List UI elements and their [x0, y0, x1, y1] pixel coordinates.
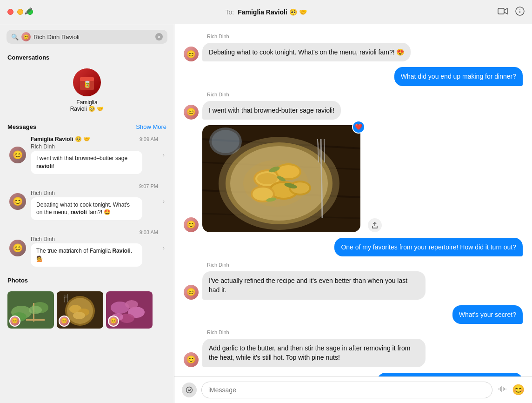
compose-icon[interactable] [24, 7, 33, 17]
reaction-badge: ❤️ [352, 121, 365, 134]
chat-avatar: 😊 [184, 105, 199, 120]
chat-avatar: 😊 [184, 217, 199, 232]
message-list-avatar: 😊 [9, 240, 26, 256]
message-list-avatar: 😊 [9, 193, 26, 210]
conv-avatar: 🥫 [73, 68, 101, 96]
share-button[interactable] [368, 218, 382, 232]
photos-section: Photos 😊 [0, 272, 174, 333]
main-container: 🔍 😊 Rich Dinh Ravioli ✕ Conversations 🥫 … [0, 24, 532, 403]
svg-point-25 [125, 300, 138, 309]
sender-name-label: Rich Dinh [184, 92, 523, 97]
message-group: Rich Dinh 😊 Add garlic to the butter, an… [184, 329, 523, 367]
sender-name-label: Rich Dinh [184, 262, 523, 268]
chevron-right-icon: › [163, 198, 165, 205]
audio-waveform-icon[interactable] [497, 385, 507, 395]
conv-name-line2: Ravioli 🥺 🤝 [70, 106, 104, 112]
to-label: To: [225, 8, 234, 16]
conversation-card[interactable]: 🥫 Famiglia Ravioli 🥺 🤝 [0, 64, 174, 119]
message-list-time: 9:03 AM [140, 229, 158, 235]
search-clear-button[interactable]: ✕ [155, 33, 163, 40]
svg-text:🥫: 🥫 [83, 81, 92, 88]
message-list-bubble: The true matriarch of Famiglia Ravioli. … [31, 243, 142, 267]
message-list-bubble: I went with that browned–butter sage rav… [31, 151, 142, 174]
message-list-content: 9:03 AM Rich Dinh The true matriarch of … [31, 229, 158, 267]
message-bubble-mine: What's your secret? [452, 305, 523, 324]
chevron-right-icon: › [163, 245, 165, 251]
video-call-icon[interactable] [498, 7, 508, 17]
message-row-mine: Incredible. I have to try making this fo… [184, 373, 523, 376]
message-bubble: Debating what to cook tonight. What's on… [202, 43, 411, 61]
svg-point-19 [73, 312, 85, 319]
photo-thumbnail[interactable]: 🍴 😊 [57, 291, 103, 329]
svg-point-56 [212, 130, 239, 153]
input-bar: 😊 [174, 376, 532, 403]
message-list-avatar: 😊 [9, 147, 26, 163]
message-bubble: I've actually refined the recipe and it'… [202, 271, 426, 300]
message-bubble: Add garlic to the butter, and then stir … [202, 339, 426, 367]
search-contact-avatar: 😊 [21, 32, 31, 41]
messages-header: Messages Show More [0, 119, 174, 132]
minimize-button[interactable] [17, 9, 23, 15]
svg-line-53 [324, 139, 325, 162]
message-list-item[interactable]: 😊 9:07 PM Rich Dinh Debating what to coo… [3, 180, 171, 224]
message-list-item[interactable]: 😊 Famiglia Ravioli 🥺 🤝 9:09 AM Rich Dinh… [3, 132, 171, 178]
message-row: 😊 I've actually refined the recipe and i… [184, 271, 523, 300]
message-list-sender: Rich Dinh [31, 236, 158, 242]
photo-avatar-overlay: 😊 [59, 316, 70, 327]
conv-name-line1: Famiglia [76, 99, 97, 106]
chat-area: Rich Dinh 😊 Debating what to cook tonigh… [174, 24, 532, 403]
info-icon[interactable] [515, 7, 525, 18]
sender-name-label: Rich Dinh [184, 329, 523, 335]
message-bubble-mine: What did you end up making for dinner? [394, 67, 523, 86]
message-list-item[interactable]: 😊 9:03 AM Rich Dinh The true matriarch o… [3, 226, 171, 270]
sidebar: 🔍 😊 Rich Dinh Ravioli ✕ Conversations 🥫 … [0, 24, 174, 403]
conversations-section-label: Conversations [0, 49, 174, 64]
title-bar-actions [498, 7, 525, 18]
svg-rect-0 [498, 8, 504, 14]
message-input[interactable] [201, 382, 492, 398]
image-message-wrapper: 😊 [184, 125, 523, 232]
photo-avatar-overlay: 😊 [9, 316, 20, 327]
message-row-mine: One of my favorites from your repertoire… [184, 238, 523, 256]
conversation-title: Famiglia Ravioli 🥺 🤝 [238, 8, 306, 16]
message-list-sender: Rich Dinh [31, 190, 158, 196]
message-bubble-mine: Incredible. I have to try making this fo… [377, 373, 523, 376]
image-container: ❤️ [202, 125, 360, 232]
title-bar-center: To: Famiglia Ravioli 🥺 🤝 [0, 8, 532, 16]
photo-thumbnail[interactable]: 😊 [106, 291, 153, 329]
message-row-mine: What did you end up making for dinner? [184, 67, 523, 86]
title-bar: To: Famiglia Ravioli 🥺 🤝 [0, 0, 532, 24]
search-query: Rich Dinh Ravioli [33, 34, 153, 40]
message-group: Rich Dinh 😊 Debating what to cook tonigh… [184, 34, 523, 61]
message-row: 😊 Add garlic to the butter, and then sti… [184, 339, 523, 367]
photos-section-label: Photos [7, 277, 166, 288]
photos-grid: 😊 🍴 😊 [7, 291, 166, 329]
sender-name-label: Rich Dinh [184, 34, 523, 39]
chat-messages: Rich Dinh 😊 Debating what to cook tonigh… [174, 24, 532, 376]
emoji-button[interactable]: 😊 [512, 384, 525, 396]
message-group: Rich Dinh 😊 I went with that browned-but… [184, 92, 523, 120]
close-button[interactable] [7, 9, 13, 15]
chevron-right-icon: › [163, 152, 165, 158]
message-list-sender: Rich Dinh [31, 143, 158, 150]
message-row: 😊 Debating what to cook tonight. What's … [184, 43, 523, 61]
image-bubble[interactable] [202, 125, 360, 232]
svg-rect-11 [26, 319, 45, 321]
messages-section-label: Messages [7, 123, 36, 130]
show-more-button[interactable]: Show More [136, 123, 166, 130]
search-input-wrapper[interactable]: 🔍 😊 Rich Dinh Ravioli ✕ [7, 30, 167, 44]
search-icon: 🔍 [11, 34, 19, 40]
photo-avatar-overlay: 😊 [108, 316, 119, 327]
message-list-bubble: Debating what to cook tonight. What's on… [31, 197, 142, 221]
app-store-button[interactable] [182, 383, 197, 397]
photo-thumbnail[interactable]: 😊 [7, 291, 54, 329]
message-row-mine: What's your secret? [184, 305, 523, 324]
message-list-time: 9:09 AM [140, 136, 158, 142]
chat-avatar: 😊 [184, 47, 199, 61]
message-bubble: I went with that browned-butter sage rav… [202, 101, 341, 120]
svg-point-50 [243, 160, 308, 207]
message-list-time: 9:07 PM [139, 183, 158, 189]
chat-avatar: 😊 [184, 352, 199, 367]
svg-text:🍴: 🍴 [61, 294, 71, 302]
svg-point-3 [519, 9, 520, 10]
